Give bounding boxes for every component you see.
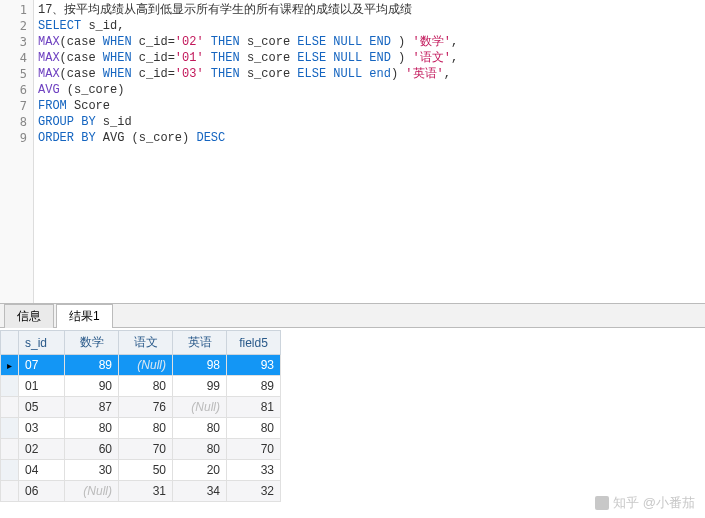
row-marker <box>1 439 19 460</box>
col-header-english[interactable]: 英语 <box>173 331 227 355</box>
cell[interactable]: 34 <box>173 481 227 502</box>
col-header-math[interactable]: 数学 <box>65 331 119 355</box>
table-row[interactable]: 04 30 50 20 33 <box>1 460 281 481</box>
tab-result1[interactable]: 结果1 <box>56 304 113 328</box>
cell[interactable]: 90 <box>65 376 119 397</box>
cell[interactable]: 89 <box>227 376 281 397</box>
row-marker-icon <box>1 355 19 376</box>
cell[interactable]: 80 <box>119 418 173 439</box>
cell[interactable]: 99 <box>173 376 227 397</box>
row-marker-header <box>1 331 19 355</box>
fn-avg: AVG <box>38 83 60 97</box>
kw-select: SELECT <box>38 19 81 33</box>
cell[interactable]: 87 <box>65 397 119 418</box>
cell[interactable]: 05 <box>19 397 65 418</box>
cell[interactable]: 80 <box>173 439 227 460</box>
cell[interactable]: 01 <box>19 376 65 397</box>
line-gutter: 1 2 3 4 5 6 7 8 9 <box>0 0 34 303</box>
cell[interactable]: 80 <box>65 418 119 439</box>
kw-groupby: GROUP BY <box>38 115 96 129</box>
line-number: 1 <box>0 2 27 18</box>
cell[interactable]: 81 <box>227 397 281 418</box>
cell-null[interactable]: (Null) <box>173 397 227 418</box>
line-number: 6 <box>0 82 27 98</box>
row-marker <box>1 460 19 481</box>
cell-null[interactable]: (Null) <box>119 355 173 376</box>
col-header-field5[interactable]: field5 <box>227 331 281 355</box>
cell[interactable]: 80 <box>173 418 227 439</box>
line-number: 2 <box>0 18 27 34</box>
code-body[interactable]: 17、按平均成绩从高到低显示所有学生的所有课程的成绩以及平均成绩 SELECT … <box>34 0 705 303</box>
cell[interactable]: 02 <box>19 439 65 460</box>
table-row[interactable]: 01 90 80 99 89 <box>1 376 281 397</box>
table-row[interactable]: 05 87 76 (Null) 81 <box>1 397 281 418</box>
row-marker <box>1 376 19 397</box>
table-row[interactable]: 03 80 80 80 80 <box>1 418 281 439</box>
tab-messages[interactable]: 信息 <box>4 304 54 328</box>
result-grid[interactable]: s_id 数学 语文 英语 field5 07 89 (Null) 98 93 … <box>0 330 281 502</box>
col-header-sid[interactable]: s_id <box>19 331 65 355</box>
cell[interactable]: 93 <box>227 355 281 376</box>
kw-orderby: ORDER BY <box>38 131 96 145</box>
watermark: 知乎 @小番茄 <box>595 494 695 512</box>
kw-from: FROM <box>38 99 67 113</box>
code-editor[interactable]: 1 2 3 4 5 6 7 8 9 17、按平均成绩从高到低显示所有学生的所有课… <box>0 0 705 304</box>
cell[interactable]: 60 <box>65 439 119 460</box>
table-row[interactable]: 07 89 (Null) 98 93 <box>1 355 281 376</box>
table-row[interactable]: 02 60 70 80 70 <box>1 439 281 460</box>
cell[interactable]: 20 <box>173 460 227 481</box>
fn-max: MAX <box>38 51 60 65</box>
fn-max: MAX <box>38 35 60 49</box>
line-number: 4 <box>0 50 27 66</box>
cell[interactable]: 80 <box>227 418 281 439</box>
cell[interactable]: 33 <box>227 460 281 481</box>
line-number: 5 <box>0 66 27 82</box>
cell[interactable]: 80 <box>119 376 173 397</box>
code-line: 17、按平均成绩从高到低显示所有学生的所有课程的成绩以及平均成绩 <box>38 3 412 17</box>
result-tabstrip: 信息 结果1 <box>0 304 705 328</box>
col-header-chinese[interactable]: 语文 <box>119 331 173 355</box>
cell[interactable]: 70 <box>119 439 173 460</box>
line-number: 9 <box>0 130 27 146</box>
table-row[interactable]: 06 (Null) 31 34 32 <box>1 481 281 502</box>
row-marker <box>1 397 19 418</box>
line-number: 8 <box>0 114 27 130</box>
watermark-text: 知乎 @小番茄 <box>613 494 695 512</box>
grid-header-row: s_id 数学 语文 英语 field5 <box>1 331 281 355</box>
row-marker <box>1 418 19 439</box>
cell[interactable]: 30 <box>65 460 119 481</box>
cell-null[interactable]: (Null) <box>65 481 119 502</box>
cell[interactable]: 07 <box>19 355 65 376</box>
cell[interactable]: 98 <box>173 355 227 376</box>
cell[interactable]: 89 <box>65 355 119 376</box>
line-number: 7 <box>0 98 27 114</box>
row-marker <box>1 481 19 502</box>
cell[interactable]: 70 <box>227 439 281 460</box>
zhihu-logo-icon <box>595 496 609 510</box>
cell[interactable]: 03 <box>19 418 65 439</box>
fn-max: MAX <box>38 67 60 81</box>
cell[interactable]: 04 <box>19 460 65 481</box>
cell[interactable]: 06 <box>19 481 65 502</box>
cell[interactable]: 50 <box>119 460 173 481</box>
cell[interactable]: 31 <box>119 481 173 502</box>
cell[interactable]: 76 <box>119 397 173 418</box>
line-number: 3 <box>0 34 27 50</box>
cell[interactable]: 32 <box>227 481 281 502</box>
